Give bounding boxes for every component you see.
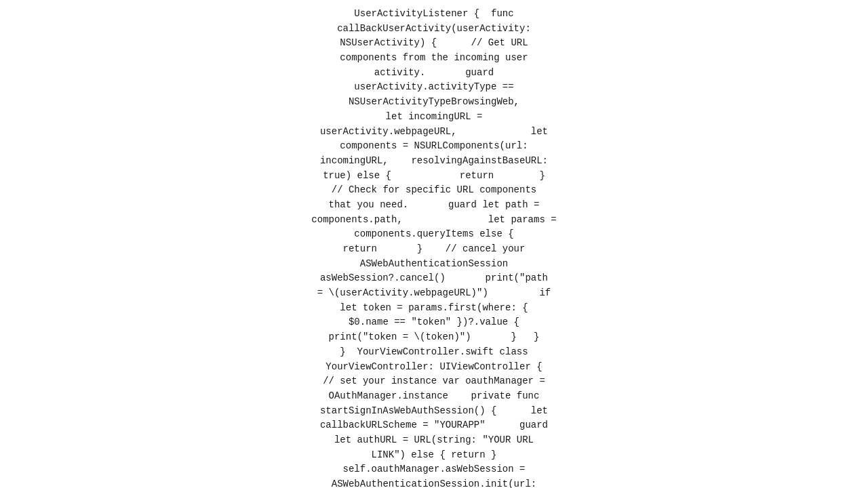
code-block: UserActivityListener { func callBackUser… xyxy=(298,7,570,488)
code-container: UserActivityListener { func callBackUser… xyxy=(0,0,868,488)
